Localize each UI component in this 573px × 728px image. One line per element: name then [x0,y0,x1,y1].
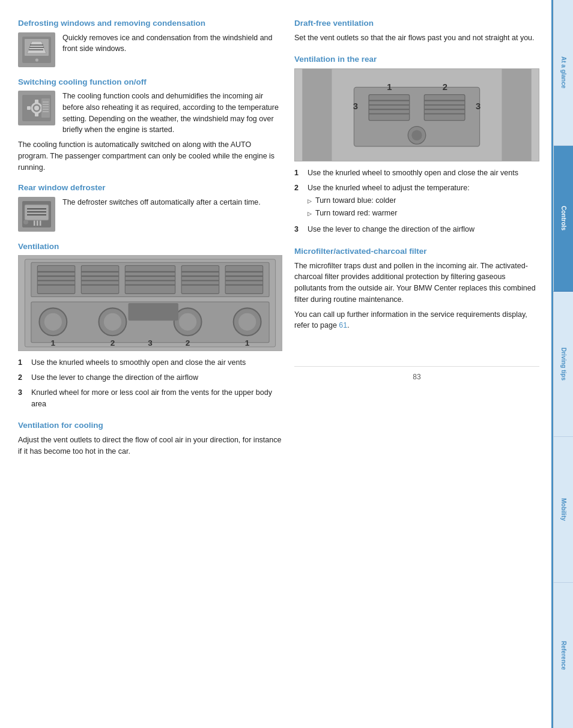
draft-free-body: Set the vent outlets so that the air flo… [294,32,539,44]
svg-text:3: 3 [353,101,358,111]
svg-point-24 [23,220,28,224]
ventilation-rear-title: Ventilation in the rear [294,54,539,65]
rear-vent-image: 1 2 3 3 VF09E3VALfk [294,68,539,161]
svg-text:2: 2 [186,338,190,347]
ventilation-cooling-body: Adjust the vent outlets to direct the fl… [18,435,282,457]
svg-rect-11 [27,106,31,110]
svg-text:1: 1 [51,338,56,347]
svg-point-58 [104,313,121,331]
rear-defroster-icon: ▐▐▐ [18,197,55,232]
defrosting-title: Defrosting windows and removing condensa… [18,18,282,29]
ventilation-list: 1 Use the knurled wheels to smoothly ope… [18,357,282,409]
rear-defroster-body: The defroster switches off automatically… [62,197,261,208]
microfilter-page-link[interactable]: 61 [339,321,347,329]
rear-defroster-section: Rear window defroster ▐▐▐ [18,182,282,232]
draft-free-title: Draft-free ventilation [294,18,539,29]
sub-item-colder: Turn toward blue: colder [308,196,470,206]
cooling-section: Switching cooling function on/off [18,77,282,173]
ventilation-section: Ventilation [18,241,282,410]
svg-rect-63 [129,303,178,320]
ventilation-image: 1 2 3 2 1 [18,255,282,351]
svg-rect-75 [424,95,465,121]
microfilter-body1: The microfilter traps dust and pollen in… [294,260,539,305]
cooling-body2: The cooling function is automatically sw… [18,139,282,173]
svg-rect-32 [181,266,219,294]
ventilation-rear-item-3: 3 Use the lever to change the direction … [294,224,539,235]
sub-item-warmer: Turn toward red: warmer [308,208,470,219]
ventilation-rear-item-2: 2 Use the knurled wheel to adjust the te… [294,182,539,221]
svg-rect-71 [302,69,332,161]
svg-point-60 [179,313,196,331]
svg-rect-9 [35,100,38,103]
defrost-icon: ❄ [18,32,55,67]
sidebar-item-at-a-glance[interactable]: At a glance [553,0,573,146]
ventilation-item-1: 1 Use the knurled wheels to smoothly ope… [18,357,282,369]
sidebar-item-reference[interactable]: Reference [553,583,573,728]
svg-rect-10 [35,113,38,116]
microfilter-body2: You can call up further information in t… [294,309,539,332]
svg-point-85 [411,130,422,140]
ventilation-rear-item-1: 1 Use the knurled wheel to smoothly open… [294,167,539,179]
sidebar-item-driving-tips[interactable]: Driving tips [553,292,573,438]
svg-text:1: 1 [245,338,250,347]
svg-rect-31 [125,266,175,294]
ventilation-cooling-section: Ventilation for cooling Adjust the vent … [18,420,282,457]
ventilation-rear-section: Ventilation in the rear [294,54,539,235]
draft-free-section: Draft-free ventilation Set the vent outl… [294,18,539,43]
svg-rect-72 [502,69,531,161]
svg-text:2: 2 [443,82,447,92]
ventilation-title: Ventilation [18,241,282,252]
svg-point-62 [238,313,256,331]
microfilter-section: Microfilter/activated-charcoal filter Th… [294,246,539,331]
svg-text:❄: ❄ [35,58,39,63]
ventilation-item-2: 2 Use the lever to change the direction … [18,372,282,384]
rear-defroster-title: Rear window defroster [18,182,282,193]
svg-text:1: 1 [387,82,392,92]
microfilter-title: Microfilter/activated-charcoal filter [294,246,539,257]
svg-rect-29 [37,266,75,294]
page-number: 83 [294,366,539,387]
svg-point-8 [34,106,39,110]
svg-rect-30 [81,266,119,294]
ventilation-rear-list: 1 Use the knurled wheel to smoothly open… [294,167,539,235]
ventilation-item-3: 3 Knurled wheel for more or less cool ai… [18,387,282,410]
svg-point-56 [44,313,62,331]
ventilation-cooling-title: Ventilation for cooling [18,420,282,431]
cooling-title: Switching cooling function on/off [18,77,282,88]
sidebar-item-controls[interactable]: Controls [553,146,573,292]
svg-text:3: 3 [476,101,481,111]
svg-rect-33 [225,266,263,294]
svg-text:2: 2 [111,338,115,347]
cooling-body1: The cooling function cools and dehumidif… [62,91,282,136]
defrosting-section: Defrosting windows and removing condensa… [18,18,282,67]
sidebar-item-mobility[interactable]: Mobility [553,437,573,583]
svg-text:3: 3 [148,338,153,347]
defrosting-body: Quickly removes ice and condensation fro… [62,32,282,55]
svg-rect-74 [369,95,410,121]
svg-rect-13 [41,98,50,118]
sidebar: At a glance Controls Driving tips Mobili… [551,0,573,728]
cooling-icon [18,91,55,125]
